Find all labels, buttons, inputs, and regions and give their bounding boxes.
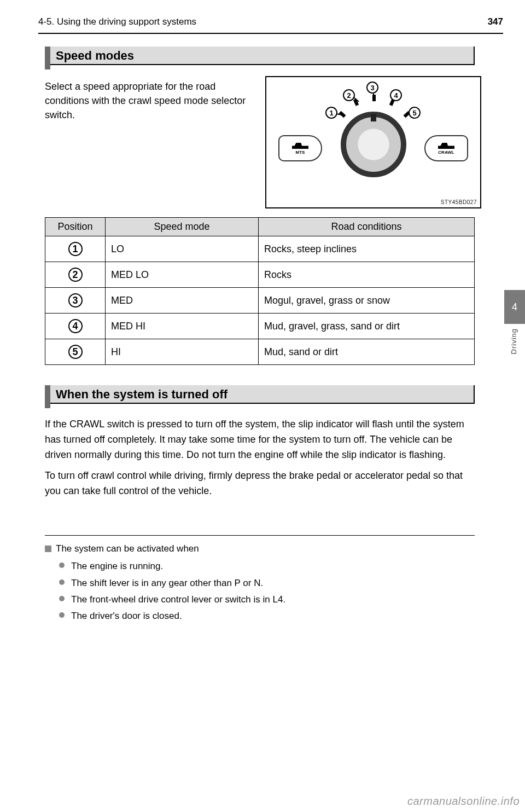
watermark: carmanualsonline.info [407, 795, 520, 808]
page-header: 4-5. Using the driving support systems 3… [38, 16, 503, 27]
intro-paragraph: Select a speed appropriate for the road … [45, 76, 255, 208]
pos-badge: 1 [68, 242, 83, 256]
crawl-speed-dial-icon [341, 112, 406, 177]
mts-button-icon: MTS [278, 135, 322, 161]
table-row: 4 MED HI Mud, gravel, grass, sand or dir… [45, 314, 475, 339]
callout-3: 3 [366, 82, 378, 94]
breadcrumb: 4-5. Using the driving support systems [38, 16, 196, 27]
table-row: 5 HI Mud, sand or dirt [45, 339, 475, 365]
truck-left-icon [292, 141, 308, 149]
mts-label: MTS [296, 150, 305, 155]
col-mode: Speed mode [106, 218, 259, 236]
truck-right-icon [438, 141, 454, 149]
callout-1: 1 [325, 107, 337, 119]
crawl-label: CRAWL [438, 150, 454, 155]
road-cell: Mud, sand or dirt [259, 339, 475, 365]
section-speed-modes: Speed modes Select a speed appropriate f… [45, 47, 481, 365]
section-system-off: When the system is turned off If the CRA… [45, 385, 481, 504]
pos-badge: 5 [68, 345, 83, 359]
mode-cell: LO [106, 236, 259, 262]
pos-badge: 2 [68, 268, 83, 282]
list-item: The shift lever is in any gear other tha… [59, 576, 475, 590]
section-heading-bar: Speed modes [45, 47, 475, 69]
paragraph: To turn off crawl control while driving,… [45, 468, 475, 499]
col-road: Road conditions [259, 218, 475, 236]
header-rule [38, 33, 503, 34]
section-title: Speed modes [56, 49, 134, 63]
table-row: 1 LO Rocks, steep inclines [45, 236, 475, 262]
manual-page: 4-5. Using the driving support systems 3… [0, 0, 525, 812]
table-row: 3 MED Mogul, gravel, grass or snow [45, 288, 475, 314]
callout-2: 2 [343, 89, 355, 101]
conditions-title-line: The system can be activated when [45, 542, 475, 556]
pos-badge: 4 [68, 319, 83, 333]
list-item: The front-wheel drive control lever or s… [59, 593, 475, 607]
pos-badge: 3 [68, 293, 83, 308]
figure-code: STY45BD027 [441, 199, 477, 205]
activation-conditions: The system can be activated when The eng… [45, 542, 475, 626]
road-cell: Mogul, gravel, grass or snow [259, 288, 475, 314]
speed-mode-table: Position Speed mode Road conditions 1 LO… [45, 217, 475, 365]
section-heading-bar: When the system is turned off [45, 385, 475, 408]
mode-cell: MED [106, 288, 259, 314]
chapter-tab-number: 4 [512, 301, 517, 313]
road-cell: Mud, gravel, grass, sand or dirt [259, 314, 475, 339]
conditions-title: The system can be activated when [56, 543, 199, 554]
list-item: The engine is running. [59, 559, 475, 573]
list-item: The driver's door is closed. [59, 609, 475, 623]
col-position: Position [45, 218, 106, 236]
section-title: When the system is turned off [56, 387, 228, 402]
callout-5: 5 [409, 107, 421, 119]
crawl-button-icon: CRAWL [424, 135, 468, 161]
page-number: 347 [488, 16, 503, 27]
square-bullet-icon [45, 546, 51, 552]
mode-cell: MED HI [106, 314, 259, 339]
dial-figure: 1 2 3 4 5 MTS CRAWL STY45BD027 [265, 76, 481, 208]
mode-cell: MED LO [106, 262, 259, 288]
mode-cell: HI [106, 339, 259, 365]
callout-4: 4 [390, 89, 402, 101]
paragraph: If the CRAWL switch is pressed to turn o… [45, 417, 475, 463]
table-row: 2 MED LO Rocks [45, 262, 475, 288]
footnote-rule [45, 535, 475, 536]
chapter-tab-label: Driving [510, 328, 522, 354]
road-cell: Rocks, steep inclines [259, 236, 475, 262]
road-cell: Rocks [259, 262, 475, 288]
chapter-tab: 4 [504, 290, 525, 324]
